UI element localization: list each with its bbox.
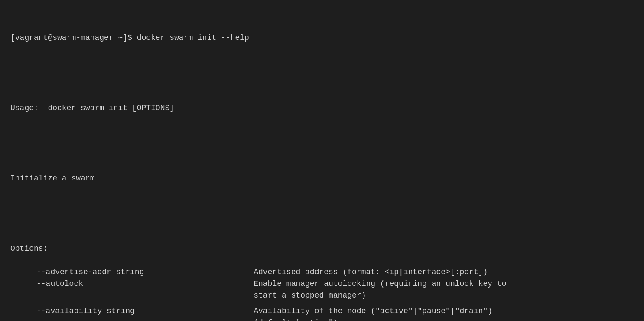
blank-line-1 [10, 67, 634, 79]
terminal: [vagrant@swarm-manager ~]$ docker swarm … [10, 9, 634, 266]
option-flag-autolock: --autolock [10, 278, 254, 301]
option-desc-advertise-addr: Advertised address (format: <ip|interfac… [254, 266, 634, 278]
options-label: Options: [10, 243, 634, 255]
option-flag-availability: --availability string [10, 305, 254, 321]
option-row-advertise-addr: --advertise-addr string Advertised addre… [10, 266, 634, 278]
option-desc-autolock: Enable manager autolocking (requiring an… [254, 278, 634, 301]
blank-line-2 [10, 138, 634, 149]
spacer-1 [10, 301, 634, 305]
option-row-availability: --availability string Availability of th… [10, 305, 634, 321]
prompt-line: [vagrant@swarm-manager ~]$ docker swarm … [10, 32, 634, 44]
usage-line: Usage: docker swarm init [OPTIONS] [10, 102, 634, 114]
option-row-autolock: --autolock Enable manager autolocking (r… [10, 278, 634, 301]
description-line: Initialize a swarm [10, 173, 634, 184]
blank-line-3 [10, 208, 634, 219]
option-flag-advertise-addr: --advertise-addr string [10, 266, 254, 278]
options-table: --advertise-addr string Advertised addre… [10, 266, 634, 321]
option-desc-availability: Availability of the node ("active"|"paus… [254, 305, 634, 321]
